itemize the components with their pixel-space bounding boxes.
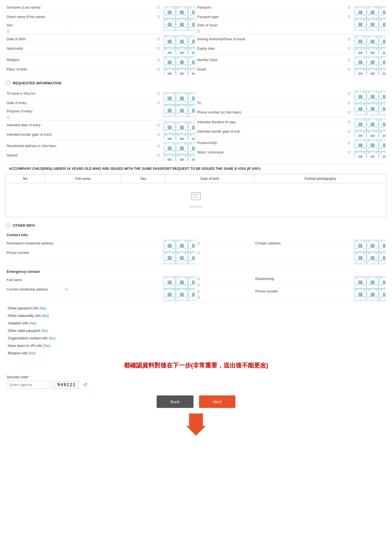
intended-date-edit[interactable]: ☑	[156, 123, 161, 128]
relative-info[interactable]: Relative info (No)	[7, 349, 385, 357]
expiry-label: Expiry date:	[196, 45, 254, 52]
place-birth-edit[interactable]: ☑	[156, 67, 161, 72]
refresh-captcha-icon[interactable]: ↺	[82, 382, 88, 388]
to-issue-edit[interactable]: ☑	[156, 91, 161, 96]
personal-tile-3	[164, 56, 195, 75]
emergency-left: Full name Current residential address ☑	[6, 275, 196, 302]
issuing-row: Issuing Authority/Place of issue: ☑	[196, 34, 353, 44]
sex-edit[interactable]: ☑	[6, 29, 11, 34]
border-entry-edit[interactable]: ☑	[156, 132, 161, 137]
emerg-current-edit[interactable]: ☑	[64, 287, 69, 292]
svg-rect-14	[164, 56, 195, 75]
emergency-right: ☑ Relationship ☑ ☑ Phone number ☑	[196, 275, 386, 302]
been-to-vn[interactable]: Have been to VN info (No)	[7, 342, 385, 349]
date-entry-row: Date of entry: ☑	[6, 98, 162, 108]
emerg-fullname-row: Full name	[6, 275, 162, 285]
province-value	[254, 142, 347, 144]
svg-rect-16	[354, 36, 385, 54]
relationship-edit2[interactable]: ☑	[196, 282, 201, 287]
dob-edit[interactable]: ☑	[156, 37, 161, 42]
district-edit[interactable]: ☑	[156, 153, 161, 158]
residential-label: Residential address in Viet Nam:	[6, 142, 64, 150]
requested-toggle[interactable]	[6, 80, 11, 85]
other-valid-passport[interactable]: Other valid passport (No)	[7, 327, 385, 334]
phone2-edit[interactable]: ☑	[196, 250, 201, 255]
captcha-image: 949121	[54, 381, 79, 389]
dob-label: Date of birth:	[6, 36, 64, 43]
purpose-edit[interactable]: ☑	[6, 115, 11, 120]
purpose-label: Purpose of entry:	[6, 108, 64, 115]
svg-rect-31	[354, 276, 385, 301]
no-data-icon	[14, 191, 378, 203]
req-empty-edit[interactable]: ☑	[347, 91, 352, 96]
date-entry-edit[interactable]: ☑	[156, 100, 161, 105]
ward-edit[interactable]: ☑	[347, 150, 352, 155]
passport-row: Passport: ☑	[196, 3, 353, 12]
next-button[interactable]: Next	[199, 395, 235, 408]
date-issue-edit[interactable]: ☑	[196, 29, 201, 34]
contact-address-edit[interactable]: ☑	[196, 241, 201, 246]
other-nationality-info[interactable]: Other nationality info (No)	[7, 312, 385, 319]
to-edit[interactable]: ☑	[347, 100, 352, 105]
intended-date-value	[64, 124, 156, 126]
residential-edit[interactable]: ☑	[156, 143, 161, 148]
emerg-tile-2	[354, 276, 385, 301]
emerg-fullname-value	[64, 279, 156, 281]
passport-type-value	[254, 16, 347, 18]
other-passport-info[interactable]: Other passport info (No)	[7, 304, 385, 312]
border-exit-value	[254, 130, 347, 133]
passport-type-row: Passport type: ☑	[196, 12, 353, 22]
other-info-label: OTHER INFO	[13, 223, 35, 228]
children-table: No Full name Sex Date of birth Portrait …	[6, 174, 386, 217]
province-edit[interactable]: ☑	[347, 140, 352, 145]
to-label: To:	[196, 99, 254, 107]
personal-tile-1	[164, 6, 195, 31]
captcha-input[interactable]	[7, 381, 51, 389]
date-entry-value	[64, 102, 156, 104]
org-contact-info[interactable]: Organization contact info (No)	[7, 334, 385, 342]
nationality-edit[interactable]: ☑	[156, 46, 161, 51]
sex-label: Sex:	[6, 22, 64, 29]
religion-edit[interactable]: ☑	[156, 57, 161, 62]
svg-rect-13	[164, 36, 195, 54]
passport-edit[interactable]: ☑	[347, 5, 352, 10]
emerg-phone-edit2[interactable]: ☑	[196, 295, 201, 300]
back-button[interactable]: Back	[157, 395, 194, 408]
passport-label: Passport:	[196, 4, 254, 11]
other-info-toggle[interactable]	[6, 223, 11, 228]
duration-edit[interactable]: ☑	[347, 120, 352, 125]
issuing-edit[interactable]: ☑	[347, 37, 352, 42]
ward-label: Ward / commune:	[196, 149, 254, 156]
passport-type-edit[interactable]: ☑	[347, 14, 352, 19]
email-edit[interactable]: ☑	[347, 67, 352, 72]
been-to-vn-value: (No)	[43, 344, 50, 348]
district-label: District:	[6, 152, 64, 159]
phone-number-row: Phone number	[6, 248, 162, 258]
province-row: Province/city: ☑	[196, 138, 353, 148]
contact-address-value	[347, 242, 353, 244]
security-input-row: 949121 ↺	[7, 381, 385, 389]
emerg-current-row: Current residential address ☑	[6, 285, 162, 294]
nationality-row: Nationality: ☑	[6, 44, 162, 53]
identity-card-edit[interactable]: ☑	[347, 57, 352, 62]
phone-vn-value	[254, 111, 347, 113]
relationship-value	[347, 278, 353, 280]
contact-address-row: ☑ Contact address	[196, 239, 353, 248]
expiry-edit[interactable]: ☑	[347, 46, 352, 51]
violation-info[interactable]: Violation info (No)	[7, 319, 385, 327]
svg-rect-25	[193, 194, 199, 195]
purpose-value	[156, 110, 162, 112]
relationship-edit[interactable]: ☑	[196, 276, 201, 281]
required-marker: *	[28, 375, 29, 379]
given-name-edit[interactable]: ☑	[156, 14, 161, 19]
given-name-label: Given name (First name):	[6, 13, 64, 21]
religion-label: Religion:	[6, 56, 64, 64]
place-birth-label: Place of birth:	[6, 66, 64, 73]
purpose-row: Purpose of entry: › ☑	[6, 108, 162, 120]
issuing-value	[254, 38, 347, 40]
border-exit-edit[interactable]: ☑	[347, 129, 352, 134]
phone-vn-edit[interactable]: ☑	[347, 110, 352, 115]
contact-info-label: Contact info	[6, 231, 386, 239]
emerg-phone-edit[interactable]: ☑	[196, 289, 201, 294]
surname-edit[interactable]: ☑	[156, 5, 161, 10]
